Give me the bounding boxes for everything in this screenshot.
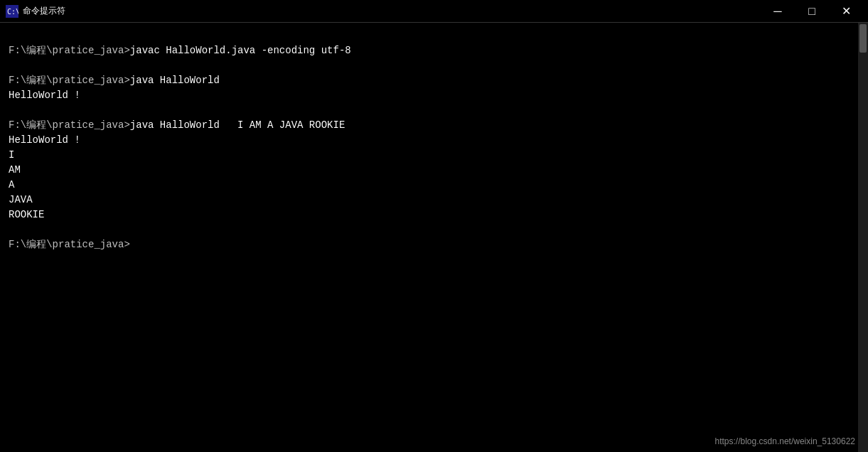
terminal-line: HelloWorld ! bbox=[9, 133, 850, 148]
terminal-line: F:\编程\pratice_java>java HalloWorld I AM … bbox=[9, 118, 850, 133]
terminal-line: F:\编程\pratice_java>java HalloWorld bbox=[9, 73, 850, 88]
command-text: java HalloWorld I AM A JAVA ROOKIE bbox=[130, 119, 345, 131]
window-controls: ─ □ ✕ bbox=[761, 0, 862, 23]
terminal-line bbox=[9, 222, 850, 237]
scrollbar-thumb[interactable] bbox=[859, 24, 867, 53]
svg-text:C:\: C:\ bbox=[7, 8, 18, 16]
watermark: https://blog.csdn.net/weixin_5130622 bbox=[715, 436, 855, 446]
close-button[interactable]: ✕ bbox=[830, 0, 862, 23]
title-bar-text: 命令提示符 bbox=[23, 5, 761, 17]
terminal-line: HelloWorld ! bbox=[9, 88, 850, 103]
terminal-line: I bbox=[9, 148, 850, 163]
scrollbar[interactable] bbox=[858, 23, 868, 452]
terminal-line: ROOKIE bbox=[9, 208, 850, 222]
terminal-line: F:\编程\pratice_java>javac HalloWorld.java… bbox=[9, 43, 850, 58]
command-text: javac HalloWorld.java -encoding utf-8 bbox=[130, 45, 351, 56]
minimize-button[interactable]: ─ bbox=[761, 0, 794, 23]
terminal-line: A bbox=[9, 178, 850, 193]
terminal-line: F:\编程\pratice_java> bbox=[9, 237, 850, 252]
command-text: java HalloWorld bbox=[130, 75, 220, 86]
terminal-line bbox=[9, 103, 850, 118]
terminal-line: JAVA bbox=[9, 193, 850, 208]
terminal-line bbox=[9, 58, 850, 73]
title-bar: C:\ 命令提示符 ─ □ ✕ bbox=[0, 0, 868, 23]
scrollbar-track[interactable] bbox=[858, 23, 868, 452]
terminal[interactable]: F:\编程\pratice_java>javac HalloWorld.java… bbox=[0, 23, 858, 452]
prompt: F:\编程\pratice_java> bbox=[9, 45, 130, 56]
prompt: F:\编程\pratice_java> bbox=[9, 75, 130, 86]
window: C:\ 命令提示符 ─ □ ✕ F:\编程\pratice_java>javac… bbox=[0, 0, 868, 452]
prompt: F:\编程\pratice_java> bbox=[9, 119, 130, 131]
cmd-icon: C:\ bbox=[6, 5, 18, 18]
content-area: F:\编程\pratice_java>javac HalloWorld.java… bbox=[0, 23, 868, 452]
terminal-line: AM bbox=[9, 163, 850, 178]
maximize-button[interactable]: □ bbox=[795, 0, 828, 23]
terminal-line bbox=[9, 28, 850, 43]
